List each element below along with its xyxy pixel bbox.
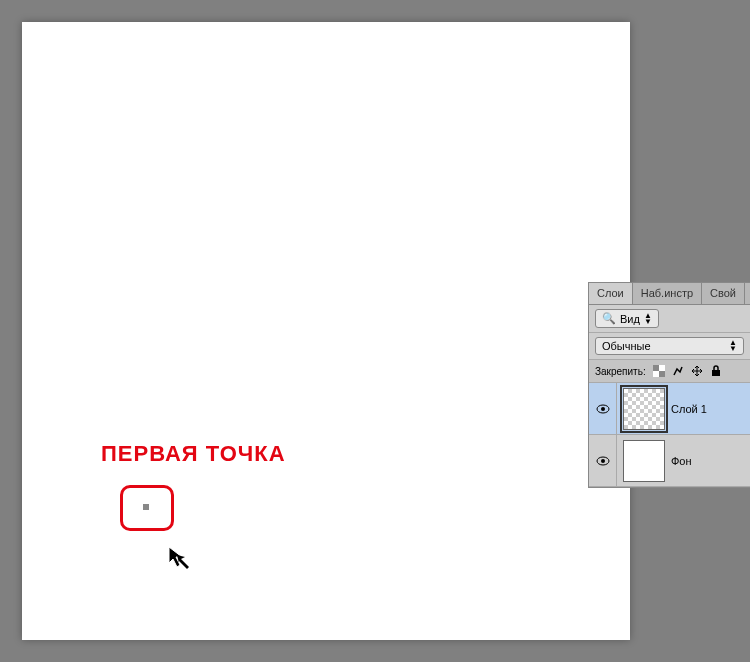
layer-item[interactable]: Слой 1 [589,383,750,435]
tab-layers[interactable]: Слои [589,283,633,304]
blend-mode-row: Обычные ▲▼ [589,332,750,359]
tab-tool-presets[interactable]: Наб.инстр [633,283,702,304]
lock-row: Закрепить: [589,359,750,383]
svg-rect-0 [653,365,659,371]
lock-all-icon[interactable] [709,364,723,378]
annotation-label: ПЕРВАЯ ТОЧКА [101,441,286,467]
layer-item[interactable]: Фон [589,435,750,487]
svg-rect-4 [712,370,720,376]
lock-transparent-icon[interactable] [652,364,666,378]
layer-thumbnail[interactable] [623,388,665,430]
lock-position-icon[interactable] [690,364,704,378]
svg-rect-3 [653,371,659,377]
pen-tool-cursor [165,545,193,573]
blend-mode-dropdown[interactable]: Обычные ▲▼ [595,337,744,355]
layer-visibility-toggle[interactable] [589,435,617,486]
eye-icon [596,456,610,466]
dropdown-arrows-icon: ▲▼ [729,340,737,352]
panel-tabs: Слои Наб.инстр Свой [589,283,750,305]
search-icon: 🔍 [602,312,616,325]
canvas[interactable] [22,22,630,640]
layers-panel: Слои Наб.инстр Свой 🔍 Вид ▲▼ Обычные ▲▼ … [588,282,750,488]
layer-name-label[interactable]: Слой 1 [671,403,707,415]
svg-rect-1 [659,371,665,377]
kind-filter-dropdown[interactable]: 🔍 Вид ▲▼ [595,309,659,328]
layer-name-label[interactable]: Фон [671,455,692,467]
svg-rect-2 [659,365,665,371]
pen-anchor-point[interactable] [143,504,149,510]
lock-label: Закрепить: [595,366,646,377]
layer-visibility-toggle[interactable] [589,383,617,434]
layer-thumbnail[interactable] [623,440,665,482]
lock-icons [652,364,723,378]
tab-properties[interactable]: Свой [702,283,745,304]
lock-image-icon[interactable] [671,364,685,378]
svg-point-8 [601,459,605,463]
dropdown-arrows-icon: ▲▼ [644,313,652,325]
filter-row: 🔍 Вид ▲▼ [589,305,750,332]
eye-icon [596,404,610,414]
blend-mode-label: Обычные [602,340,651,352]
kind-filter-label: Вид [620,313,640,325]
svg-point-6 [601,407,605,411]
